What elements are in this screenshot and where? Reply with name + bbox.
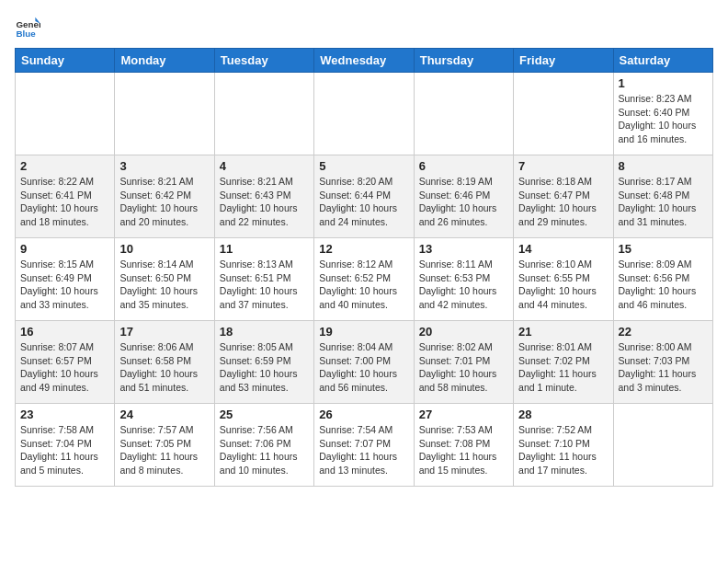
calendar-cell: 4Sunrise: 8:21 AM Sunset: 6:43 PM Daylig… — [214, 155, 313, 238]
day-number: 28 — [518, 408, 608, 421]
day-number: 10 — [119, 242, 209, 256]
weekday-header-sunday: Sunday — [16, 49, 115, 73]
page-header: General Blue — [15, 15, 713, 40]
weekday-header-saturday: Saturday — [613, 49, 712, 73]
calendar-cell: 11Sunrise: 8:13 AM Sunset: 6:51 PM Dayli… — [214, 238, 313, 321]
day-info: Sunrise: 7:53 AM Sunset: 7:08 PM Dayligh… — [419, 423, 508, 477]
day-info: Sunrise: 8:10 AM Sunset: 6:55 PM Dayligh… — [518, 258, 608, 312]
day-info: Sunrise: 8:23 AM Sunset: 6:40 PM Dayligh… — [619, 92, 708, 146]
day-info: Sunrise: 7:54 AM Sunset: 7:07 PM Dayligh… — [319, 423, 408, 477]
day-info: Sunrise: 8:15 AM Sunset: 6:49 PM Dayligh… — [20, 258, 109, 312]
day-info: Sunrise: 7:56 AM Sunset: 7:06 PM Dayligh… — [220, 423, 309, 477]
day-number: 23 — [20, 408, 109, 421]
day-number: 3 — [119, 159, 209, 173]
calendar-week-row: 2Sunrise: 8:22 AM Sunset: 6:41 PM Daylig… — [16, 155, 713, 238]
day-number: 19 — [319, 325, 408, 339]
day-info: Sunrise: 8:21 AM Sunset: 6:42 PM Dayligh… — [119, 175, 209, 229]
day-info: Sunrise: 8:02 AM Sunset: 7:01 PM Dayligh… — [419, 340, 508, 395]
weekday-header-monday: Monday — [115, 49, 214, 73]
calendar-cell — [314, 73, 414, 155]
weekday-header-tuesday: Tuesday — [214, 49, 313, 73]
day-number: 17 — [119, 325, 209, 339]
calendar-cell: 26Sunrise: 7:54 AM Sunset: 7:07 PM Dayli… — [314, 404, 414, 487]
calendar-cell: 25Sunrise: 7:56 AM Sunset: 7:06 PM Dayli… — [214, 404, 313, 487]
day-number: 8 — [619, 159, 708, 173]
day-info: Sunrise: 8:13 AM Sunset: 6:51 PM Dayligh… — [220, 258, 309, 312]
day-info: Sunrise: 8:09 AM Sunset: 6:56 PM Dayligh… — [619, 258, 708, 312]
calendar-week-row: 16Sunrise: 8:07 AM Sunset: 6:57 PM Dayli… — [16, 321, 713, 404]
calendar-cell: 23Sunrise: 7:58 AM Sunset: 7:04 PM Dayli… — [16, 404, 115, 487]
day-number: 16 — [20, 325, 109, 339]
day-info: Sunrise: 8:18 AM Sunset: 6:47 PM Dayligh… — [518, 175, 608, 229]
calendar-cell: 17Sunrise: 8:06 AM Sunset: 6:58 PM Dayli… — [115, 321, 214, 404]
day-info: Sunrise: 8:07 AM Sunset: 6:57 PM Dayligh… — [20, 340, 109, 395]
day-info: Sunrise: 8:00 AM Sunset: 7:03 PM Dayligh… — [619, 340, 708, 395]
weekday-header-wednesday: Wednesday — [314, 49, 414, 73]
calendar-cell: 8Sunrise: 8:17 AM Sunset: 6:48 PM Daylig… — [613, 155, 712, 238]
day-info: Sunrise: 8:11 AM Sunset: 6:53 PM Dayligh… — [419, 258, 508, 312]
day-info: Sunrise: 8:04 AM Sunset: 7:00 PM Dayligh… — [319, 340, 408, 395]
calendar-cell — [613, 404, 712, 487]
calendar-week-row: 9Sunrise: 8:15 AM Sunset: 6:49 PM Daylig… — [16, 238, 713, 321]
day-number: 22 — [619, 325, 708, 339]
day-info: Sunrise: 8:14 AM Sunset: 6:50 PM Dayligh… — [119, 258, 209, 312]
day-number: 4 — [220, 159, 309, 173]
calendar-cell: 27Sunrise: 7:53 AM Sunset: 7:08 PM Dayli… — [414, 404, 513, 487]
day-number: 5 — [319, 159, 408, 173]
weekday-header-friday: Friday — [514, 49, 613, 73]
logo-icon: General Blue — [15, 15, 40, 40]
calendar-cell: 19Sunrise: 8:04 AM Sunset: 7:00 PM Dayli… — [314, 321, 414, 404]
day-info: Sunrise: 8:05 AM Sunset: 6:59 PM Dayligh… — [220, 340, 309, 395]
calendar-cell — [115, 73, 214, 155]
day-info: Sunrise: 8:21 AM Sunset: 6:43 PM Dayligh… — [220, 175, 309, 229]
calendar-cell — [214, 73, 313, 155]
calendar-cell: 5Sunrise: 8:20 AM Sunset: 6:44 PM Daylig… — [314, 155, 414, 238]
calendar-cell: 7Sunrise: 8:18 AM Sunset: 6:47 PM Daylig… — [514, 155, 613, 238]
calendar-cell: 12Sunrise: 8:12 AM Sunset: 6:52 PM Dayli… — [314, 238, 414, 321]
day-number: 2 — [20, 159, 109, 173]
day-number: 11 — [220, 242, 309, 256]
day-info: Sunrise: 7:58 AM Sunset: 7:04 PM Dayligh… — [20, 423, 109, 477]
calendar-cell: 18Sunrise: 8:05 AM Sunset: 6:59 PM Dayli… — [214, 321, 313, 404]
calendar-cell: 1Sunrise: 8:23 AM Sunset: 6:40 PM Daylig… — [613, 73, 712, 155]
calendar-cell: 28Sunrise: 7:52 AM Sunset: 7:10 PM Dayli… — [514, 404, 613, 487]
day-number: 13 — [419, 242, 508, 256]
day-info: Sunrise: 8:01 AM Sunset: 7:02 PM Dayligh… — [518, 340, 608, 395]
day-number: 21 — [518, 325, 608, 339]
day-number: 25 — [220, 408, 309, 421]
day-info: Sunrise: 7:57 AM Sunset: 7:05 PM Dayligh… — [119, 423, 209, 477]
weekday-header-row: SundayMondayTuesdayWednesdayThursdayFrid… — [16, 49, 713, 73]
calendar-cell — [414, 73, 513, 155]
day-info: Sunrise: 8:19 AM Sunset: 6:46 PM Dayligh… — [419, 175, 508, 229]
day-number: 27 — [419, 408, 508, 421]
calendar-cell — [514, 73, 613, 155]
day-info: Sunrise: 8:17 AM Sunset: 6:48 PM Dayligh… — [619, 175, 708, 229]
calendar-cell: 6Sunrise: 8:19 AM Sunset: 6:46 PM Daylig… — [414, 155, 513, 238]
calendar-cell: 3Sunrise: 8:21 AM Sunset: 6:42 PM Daylig… — [115, 155, 214, 238]
calendar-cell: 9Sunrise: 8:15 AM Sunset: 6:49 PM Daylig… — [16, 238, 115, 321]
calendar-cell: 22Sunrise: 8:00 AM Sunset: 7:03 PM Dayli… — [613, 321, 712, 404]
day-number: 26 — [319, 408, 408, 421]
calendar-week-row: 23Sunrise: 7:58 AM Sunset: 7:04 PM Dayli… — [16, 404, 713, 487]
day-number: 9 — [20, 242, 109, 256]
day-number: 6 — [419, 159, 508, 173]
calendar-cell: 20Sunrise: 8:02 AM Sunset: 7:01 PM Dayli… — [414, 321, 513, 404]
calendar-cell: 24Sunrise: 7:57 AM Sunset: 7:05 PM Dayli… — [115, 404, 214, 487]
calendar-cell — [16, 73, 115, 155]
weekday-header-thursday: Thursday — [414, 49, 513, 73]
day-info: Sunrise: 8:20 AM Sunset: 6:44 PM Dayligh… — [319, 175, 408, 229]
day-number: 12 — [319, 242, 408, 256]
day-number: 20 — [419, 325, 508, 339]
calendar-cell: 10Sunrise: 8:14 AM Sunset: 6:50 PM Dayli… — [115, 238, 214, 321]
day-number: 18 — [220, 325, 309, 339]
day-number: 7 — [518, 159, 608, 173]
calendar-cell: 15Sunrise: 8:09 AM Sunset: 6:56 PM Dayli… — [613, 238, 712, 321]
day-info: Sunrise: 8:06 AM Sunset: 6:58 PM Dayligh… — [119, 340, 209, 395]
calendar-cell: 13Sunrise: 8:11 AM Sunset: 6:53 PM Dayli… — [414, 238, 513, 321]
day-info: Sunrise: 8:22 AM Sunset: 6:41 PM Dayligh… — [20, 175, 109, 229]
day-number: 1 — [619, 76, 708, 90]
calendar-cell: 14Sunrise: 8:10 AM Sunset: 6:55 PM Dayli… — [514, 238, 613, 321]
calendar-table: SundayMondayTuesdayWednesdayThursdayFrid… — [15, 48, 713, 487]
day-number: 14 — [518, 242, 608, 256]
calendar-cell: 16Sunrise: 8:07 AM Sunset: 6:57 PM Dayli… — [16, 321, 115, 404]
